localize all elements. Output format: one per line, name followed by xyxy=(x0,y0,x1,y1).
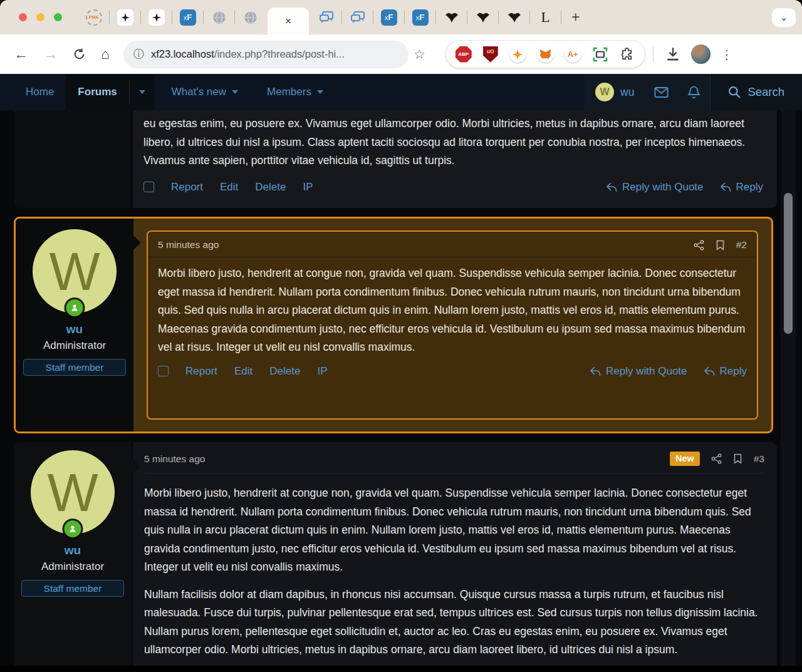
post-2-message-box: 5 minutes ago #2 Morbi libero justo, hen… xyxy=(147,230,758,420)
post-2-user-cell: W wu Administrator Staff member xyxy=(16,219,133,432)
pinned-tab-xenforo-1[interactable]: xF xyxy=(179,9,196,26)
pinned-tab-chatgpt-2[interactable] xyxy=(148,9,165,26)
ip-link[interactable]: IP xyxy=(317,365,327,378)
reply-with-quote-link[interactable]: Reply with Quote xyxy=(606,181,703,194)
bookmark-icon[interactable] xyxy=(716,240,725,251)
post-footer: Report Edit Delete IP Reply with Quote xyxy=(148,357,757,378)
close-window-button[interactable] xyxy=(19,13,27,21)
new-badge: New xyxy=(670,452,700,466)
pinned-tab-phpmyadmin[interactable]: PMA xyxy=(85,9,102,26)
avatar[interactable]: W xyxy=(33,229,117,313)
wu-bat-icon xyxy=(476,12,490,23)
conversations-button[interactable] xyxy=(645,74,678,110)
nav-item-whats-new[interactable]: What's new xyxy=(160,74,250,110)
search-icon xyxy=(728,86,741,98)
toolbar-separator xyxy=(653,46,654,63)
globe-icon xyxy=(244,11,258,24)
reply-link[interactable]: Reply xyxy=(720,181,763,194)
browser-tab-strip: PMA xF xyxy=(0,0,802,34)
back-button[interactable]: ← xyxy=(14,47,28,61)
search-label: Search xyxy=(747,85,784,99)
adblock-plus-icon[interactable]: ABP xyxy=(456,46,472,63)
account-menu[interactable]: W wu xyxy=(585,74,645,110)
post-number[interactable]: #3 xyxy=(754,453,764,465)
scrollbar-thumb[interactable] xyxy=(784,193,793,334)
spark-extension-icon[interactable] xyxy=(509,46,526,63)
delete-link[interactable]: Delete xyxy=(269,365,300,378)
post-number[interactable]: #2 xyxy=(736,239,747,251)
alerts-button[interactable] xyxy=(678,74,710,110)
tab-wu-2[interactable] xyxy=(474,9,491,26)
downloads-button[interactable] xyxy=(665,46,681,63)
avatar[interactable]: W xyxy=(31,450,115,534)
site-info-icon[interactable]: ⓘ xyxy=(133,47,144,61)
tab-list: PMA xF xyxy=(78,0,772,34)
page-scrollbar[interactable] xyxy=(781,110,796,666)
address-bar[interactable]: ⓘ xf23.localhost/index.php?threads/post-… xyxy=(123,41,409,68)
author-name[interactable]: wu xyxy=(16,323,133,336)
tab-wu-1[interactable] xyxy=(443,9,460,26)
tab-separator xyxy=(341,11,342,24)
reload-button[interactable] xyxy=(73,48,86,61)
nav-item-forums[interactable]: Forums xyxy=(66,74,128,110)
xenforo-icon: xF xyxy=(180,9,196,26)
reply-with-quote-link[interactable]: Reply with Quote xyxy=(590,365,687,378)
home-button[interactable]: ⌂ xyxy=(101,47,110,61)
metamask-icon[interactable] xyxy=(537,46,554,63)
close-tab-icon[interactable]: × xyxy=(285,16,291,26)
new-tab-button[interactable]: + xyxy=(571,10,580,24)
ip-link[interactable]: IP xyxy=(303,181,313,194)
tab-separator xyxy=(498,11,499,24)
browser-menu-icon[interactable]: ⋮ xyxy=(721,47,733,62)
tab-overflow-button[interactable]: ⌄ xyxy=(772,8,796,27)
tab-wu-3[interactable] xyxy=(506,9,523,26)
post-timestamp[interactable]: 5 minutes ago xyxy=(158,239,219,251)
browser-window: PMA xF xyxy=(0,0,802,672)
forward-button[interactable]: → xyxy=(43,47,58,61)
extensions-puzzle-icon[interactable] xyxy=(619,46,635,63)
bookmark-star-icon[interactable]: ☆ xyxy=(414,47,425,62)
minimize-window-button[interactable] xyxy=(36,13,44,21)
nav-item-members[interactable]: Members xyxy=(255,74,335,110)
pinned-tab-globe-2[interactable] xyxy=(242,9,259,26)
tab-xenforo-2[interactable]: xF xyxy=(380,9,397,26)
tab-forum-chat-2[interactable] xyxy=(349,9,366,26)
search-button[interactable]: Search xyxy=(710,74,802,110)
bell-icon xyxy=(687,85,700,99)
tab-separator xyxy=(109,11,110,24)
nav-item-home[interactable]: Home xyxy=(14,74,66,110)
ublock-origin-icon[interactable]: uO xyxy=(482,46,499,63)
aplus-extension-icon[interactable]: A+ xyxy=(565,46,581,63)
browser-profile-avatar[interactable] xyxy=(691,44,711,64)
screenshot-tool-icon[interactable] xyxy=(592,46,608,63)
select-post-checkbox[interactable] xyxy=(143,182,154,192)
post-timestamp[interactable]: 5 minutes ago xyxy=(144,453,205,465)
edit-link[interactable]: Edit xyxy=(234,365,253,378)
report-link[interactable]: Report xyxy=(185,365,217,378)
select-post-checkbox[interactable] xyxy=(158,366,169,376)
maximize-window-button[interactable] xyxy=(54,13,62,21)
tab-forum-chat-1[interactable] xyxy=(318,9,335,26)
pinned-tab-globe-1[interactable] xyxy=(211,9,227,26)
bookmark-icon[interactable] xyxy=(733,453,742,464)
delete-link[interactable]: Delete xyxy=(255,181,286,194)
online-status-icon xyxy=(66,299,83,316)
share-icon[interactable] xyxy=(694,240,704,251)
forums-menu-button[interactable] xyxy=(130,74,155,110)
author-role: Administrator xyxy=(16,339,133,352)
forum-chat-icon xyxy=(319,11,334,24)
letter-l-icon: L xyxy=(541,9,549,26)
active-tab[interactable]: × xyxy=(268,8,309,34)
share-icon[interactable] xyxy=(711,453,722,464)
post-header: 5 minutes ago #2 xyxy=(148,232,757,257)
author-name[interactable]: wu xyxy=(14,544,132,557)
tab-xenforo-3[interactable]: xF xyxy=(412,9,429,26)
tab-separator xyxy=(404,11,405,24)
edit-link[interactable]: Edit xyxy=(220,181,238,194)
tab-letter-l[interactable]: L xyxy=(537,9,554,26)
pinned-tab-chatgpt-1[interactable] xyxy=(117,9,133,26)
author-role: Administrator xyxy=(14,561,132,573)
staff-member-banner: Staff member xyxy=(21,580,124,597)
reply-link[interactable]: Reply xyxy=(704,365,747,378)
report-link[interactable]: Report xyxy=(171,181,203,194)
